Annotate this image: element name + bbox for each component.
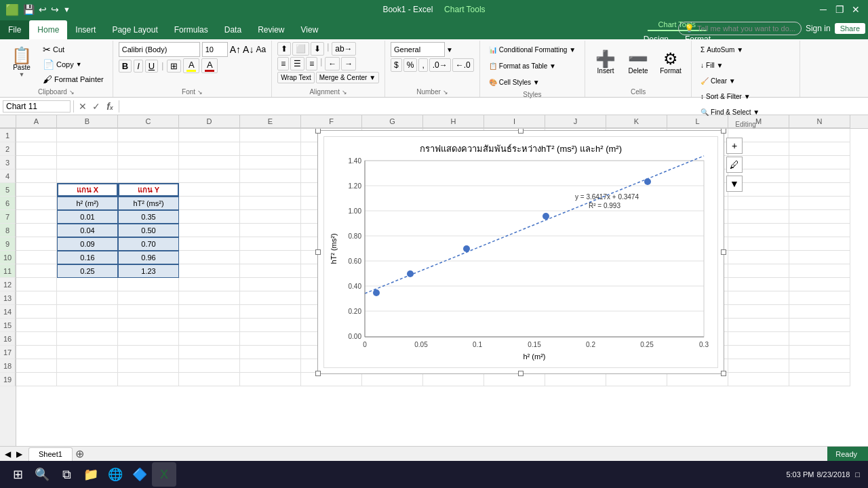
align-right[interactable]: ≡: [306, 57, 317, 70]
data-c8[interactable]: 0.50: [118, 224, 179, 237]
task-view-button[interactable]: ⧉: [54, 462, 79, 487]
col-header-f[interactable]: F: [301, 115, 362, 128]
data-b11[interactable]: 0.25: [57, 264, 118, 278]
decrease-indent[interactable]: ←: [325, 57, 340, 70]
quick-undo[interactable]: ↩: [39, 4, 47, 15]
handle-tr[interactable]: [721, 129, 726, 134]
italic-button[interactable]: I: [134, 60, 143, 73]
row-num-3[interactable]: 3: [0, 156, 16, 169]
insert-button[interactable]: ➕ Insert: [591, 42, 620, 83]
scroll-right-button[interactable]: ▶: [14, 449, 24, 459]
cell-styles-button[interactable]: 🎨Cell Styles ▼: [486, 75, 579, 89]
ribbon-tab-formulas[interactable]: Formulas: [166, 20, 216, 39]
font-color-button[interactable]: A: [201, 58, 218, 73]
decimal-decrease[interactable]: ←.0: [452, 58, 474, 72]
align-left[interactable]: ≡: [277, 57, 289, 70]
number-format-dropdown[interactable]: ▼: [446, 46, 453, 54]
sub-header-y[interactable]: hT² (ms²): [118, 197, 179, 210]
comma-button[interactable]: ,: [418, 58, 427, 72]
quick-dropdown[interactable]: ▼: [63, 5, 71, 14]
quick-redo[interactable]: ↪: [51, 4, 59, 15]
ribbon-tab-insert[interactable]: Insert: [67, 20, 104, 39]
scroll-left-button[interactable]: ◀: [3, 449, 13, 459]
data-c10[interactable]: 0.96: [118, 251, 179, 264]
excel-taskbar-button[interactable]: X: [152, 462, 176, 487]
decimal-increase[interactable]: .0→: [429, 58, 451, 72]
copy-button[interactable]: 📄Copy▼: [39, 57, 107, 72]
border-button[interactable]: ⊞: [167, 60, 181, 73]
font-size-input[interactable]: [202, 42, 228, 57]
restore-button[interactable]: ❐: [833, 3, 846, 16]
font-size-increase[interactable]: A↑: [230, 44, 241, 55]
tell-me-box[interactable]: 💡 Tell me what you want to do...: [678, 22, 802, 35]
confirm-formula-button[interactable]: ✓: [90, 101, 102, 112]
format-button[interactable]: ⚙ Format: [656, 42, 686, 83]
handle-tl[interactable]: [315, 129, 321, 134]
row-num-7[interactable]: 7: [0, 210, 16, 224]
align-bottom[interactable]: ⬇: [311, 42, 324, 56]
close-button[interactable]: ✕: [849, 3, 863, 16]
chart-style-button[interactable]: 🖊: [726, 157, 743, 173]
row-num-10[interactable]: 10: [0, 251, 16, 264]
data-b10[interactable]: 0.16: [57, 251, 118, 264]
chrome-button[interactable]: 🌐: [103, 462, 127, 487]
percent-button[interactable]: %: [403, 58, 418, 72]
format-painter-button[interactable]: 🖌Format Painter: [39, 72, 107, 87]
add-sheet-button[interactable]: ⊕: [73, 447, 87, 461]
row-num-19[interactable]: 19: [0, 373, 16, 386]
text-direction[interactable]: ab→: [332, 42, 355, 56]
clear-button[interactable]: 🧹Clear ▼: [697, 73, 739, 88]
merge-center-button[interactable]: Merge & Center ▼: [316, 72, 379, 83]
header-x[interactable]: แกน X: [57, 183, 118, 197]
row-num-12[interactable]: 12: [0, 278, 16, 291]
fill-button[interactable]: ↓Fill ▼: [697, 58, 726, 73]
row-num-1[interactable]: 1: [0, 129, 16, 142]
currency-button[interactable]: $: [391, 58, 402, 72]
change-case[interactable]: Aa: [256, 45, 266, 54]
align-top[interactable]: ⬆: [277, 42, 291, 56]
cancel-formula-button[interactable]: ✕: [77, 101, 89, 112]
row-num-6[interactable]: 6: [0, 197, 16, 210]
align-middle[interactable]: ⬜: [292, 42, 309, 56]
share-button[interactable]: Share: [835, 23, 865, 34]
ribbon-tab-view[interactable]: View: [293, 20, 327, 39]
col-header-j[interactable]: J: [545, 115, 606, 128]
font-name-input[interactable]: [119, 42, 200, 57]
row-num-16[interactable]: 16: [0, 332, 16, 346]
data-c9[interactable]: 0.70: [118, 237, 179, 251]
col-header-h[interactable]: H: [423, 115, 484, 128]
show-desktop-button[interactable]: □: [852, 470, 863, 479]
row-num-4[interactable]: 4: [0, 169, 16, 183]
col-header-a[interactable]: A: [16, 115, 57, 128]
autosum-button[interactable]: ΣAutoSum ▼: [697, 42, 747, 57]
col-header-d[interactable]: D: [179, 115, 240, 128]
data-b7[interactable]: 0.01: [57, 210, 118, 224]
row-num-9[interactable]: 9: [0, 237, 16, 251]
minimize-button[interactable]: ─: [816, 3, 830, 16]
file-explorer-button[interactable]: 📁: [79, 462, 103, 487]
row-num-14[interactable]: 14: [0, 305, 16, 319]
chart-filter-button[interactable]: ▼: [726, 176, 743, 192]
ribbon-tab-review[interactable]: Review: [250, 20, 292, 39]
quick-save[interactable]: 💾: [23, 4, 35, 15]
row-num-8[interactable]: 8: [0, 224, 16, 237]
underline-button[interactable]: U: [145, 60, 158, 73]
row-num-11[interactable]: 11: [0, 264, 16, 278]
row-num-17[interactable]: 17: [0, 346, 16, 359]
align-center[interactable]: ☰: [290, 57, 304, 70]
data-b8[interactable]: 0.04: [57, 224, 118, 237]
handle-ml[interactable]: [315, 249, 321, 255]
row-num-5[interactable]: 5: [0, 183, 16, 197]
chart-container[interactable]: + 🖊 ▼ กราฟแสดงความสัมพันธ์ระหว่างhT² (ms…: [317, 130, 724, 374]
data-c11[interactable]: 1.23: [118, 264, 179, 278]
row-num-15[interactable]: 15: [0, 319, 16, 332]
ribbon-tab-file[interactable]: File: [0, 20, 29, 39]
cell-c1[interactable]: [118, 129, 179, 142]
cell-b1[interactable]: [57, 129, 118, 142]
handle-tm[interactable]: [518, 129, 524, 134]
ribbon-tab-home[interactable]: Home: [29, 20, 67, 39]
conditional-formatting-button[interactable]: 📊Conditional Formatting ▼: [486, 42, 579, 57]
ie-button[interactable]: 🔷: [127, 462, 152, 487]
function-button[interactable]: fx: [104, 101, 116, 112]
handle-br[interactable]: [721, 371, 726, 376]
